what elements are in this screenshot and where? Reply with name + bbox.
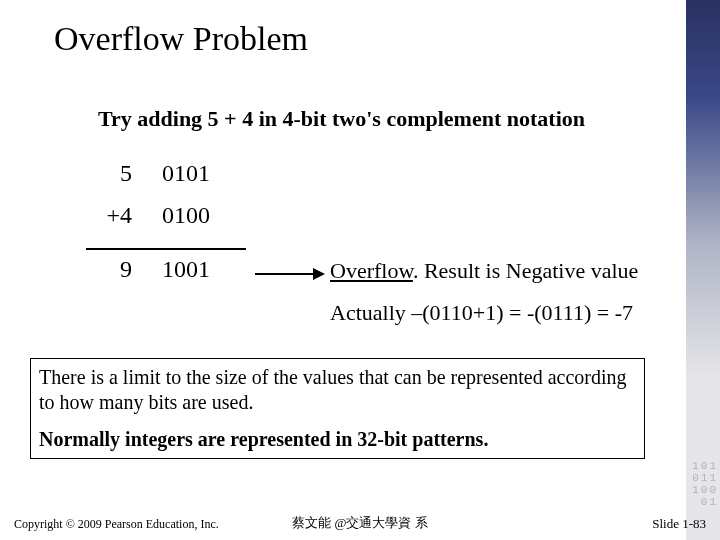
overflow-word: Overflow (330, 258, 413, 283)
decimal-value: 9 (86, 256, 132, 283)
overflow-rest: . Result is Negative value (413, 258, 638, 283)
slide: 101 011 100 01 Overflow Problem Try addi… (0, 0, 720, 540)
binary-value: 0101 (162, 160, 250, 187)
overflow-annotation: Overflow. Result is Negative value (330, 258, 638, 284)
decorative-side-strip: 101 011 100 01 (686, 0, 720, 540)
limit-note-box: There is a limit to the size of the valu… (30, 358, 645, 459)
calc-row-2: +4 0100 (86, 202, 250, 244)
svg-marker-1 (313, 268, 325, 280)
slide-subtitle: Try adding 5 + 4 in 4-bit two's compleme… (98, 106, 585, 132)
calc-row-1: 5 0101 (86, 160, 250, 202)
binary-value: 1001 (162, 256, 250, 283)
calc-row-result: 9 1001 (86, 256, 250, 298)
binary-value: 0100 (162, 202, 250, 229)
decimal-value: +4 (86, 202, 132, 229)
arrow-icon (255, 264, 325, 284)
decimal-value: 5 (86, 160, 132, 187)
addition-example: 5 0101 +4 0100 9 1001 (86, 160, 250, 298)
limit-line-2: Normally integers are represented in 32-… (39, 427, 636, 452)
copyright-text: Copyright © 2009 Pearson Education, Inc. (14, 517, 219, 532)
horizontal-rule (86, 248, 246, 250)
limit-line-1: There is a limit to the size of the valu… (39, 365, 636, 415)
slide-number: Slide 1-83 (652, 516, 706, 532)
actually-annotation: Actually –(0110+1) = -(0111) = -7 (330, 300, 633, 326)
slide-title: Overflow Problem (54, 20, 308, 58)
footer: Copyright © 2009 Pearson Education, Inc.… (0, 510, 720, 540)
center-credit: 蔡文能 @交通大學資 系 (292, 514, 427, 532)
